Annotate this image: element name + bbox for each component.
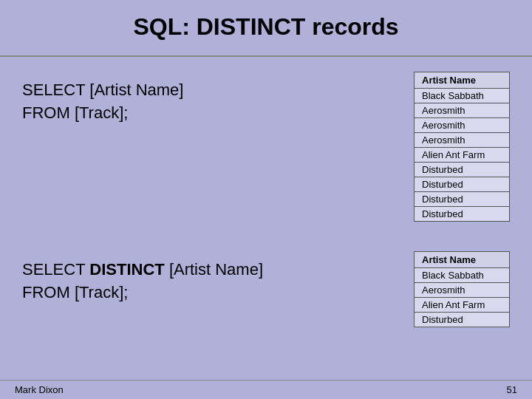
table-cell: Alien Ant Farm — [415, 298, 510, 313]
table-row: Black Sabbath — [415, 268, 510, 283]
table-row: Disturbed — [415, 163, 510, 177]
table-cell: Aerosmith — [415, 133, 510, 148]
table-row: Alien Ant Farm — [415, 298, 510, 313]
table-cell: Disturbed — [415, 313, 510, 327]
query1-line1: SELECT [Artist Name] — [22, 81, 183, 99]
table2: Artist Name Black SabbathAerosmithAlien … — [414, 251, 510, 327]
table-cell: Disturbed — [415, 192, 510, 207]
footer: Mark Dixon 51 — [0, 380, 532, 399]
query1-line2: FROM [Track]; — [22, 103, 128, 122]
bottom-section: SELECT DISTINCT [Artist Name] FROM [Trac… — [0, 229, 532, 335]
table1-header: Artist Name — [415, 72, 510, 89]
table-row: Alien Ant Farm — [415, 148, 510, 163]
footer-page: 51 — [507, 384, 517, 395]
table-row: Black Sabbath — [415, 89, 510, 103]
table-cell: Disturbed — [415, 163, 510, 177]
table-row: Aerosmith — [415, 118, 510, 133]
table-row: Disturbed — [415, 192, 510, 207]
slide-title: SQL: DISTINCT records — [0, 0, 532, 57]
query2-text: SELECT DISTINCT [Artist Name] FROM [Trac… — [22, 259, 369, 304]
table-cell: Black Sabbath — [415, 268, 510, 283]
table2-header: Artist Name — [415, 252, 510, 268]
table-row: Aerosmith — [415, 283, 510, 298]
table2-container: Artist Name Black SabbathAerosmithAlien … — [414, 251, 510, 327]
table-row: Disturbed — [415, 177, 510, 192]
query2-suffix: [Artist Name] — [165, 260, 263, 279]
slide: SQL: DISTINCT records SELECT [Artist Nam… — [0, 0, 532, 399]
table-cell: Disturbed — [415, 177, 510, 192]
query2-block: SELECT DISTINCT [Artist Name] FROM [Trac… — [22, 251, 369, 304]
table-cell: Aerosmith — [415, 283, 510, 298]
table-row: Aerosmith — [415, 103, 510, 118]
query2-bold: DISTINCT — [89, 260, 164, 279]
top-section: SELECT [Artist Name] FROM [Track]; Artis… — [0, 57, 532, 229]
table1-container: Artist Name Black SabbathAerosmithAerosm… — [414, 72, 510, 222]
table-row: Disturbed — [415, 207, 510, 222]
query1-text: SELECT [Artist Name] FROM [Track]; — [22, 79, 369, 125]
table-row: Aerosmith — [415, 133, 510, 148]
table-cell: Aerosmith — [415, 103, 510, 118]
table-cell: Aerosmith — [415, 118, 510, 133]
query2-prefix: SELECT — [22, 260, 89, 279]
query1-block: SELECT [Artist Name] FROM [Track]; — [22, 72, 369, 125]
query2-line2: FROM [Track]; — [22, 283, 128, 301]
table-cell: Alien Ant Farm — [415, 148, 510, 163]
table-cell: Black Sabbath — [415, 89, 510, 103]
table1: Artist Name Black SabbathAerosmithAerosm… — [414, 72, 510, 222]
table-row: Disturbed — [415, 313, 510, 327]
table-cell: Disturbed — [415, 207, 510, 222]
footer-author: Mark Dixon — [15, 384, 64, 395]
